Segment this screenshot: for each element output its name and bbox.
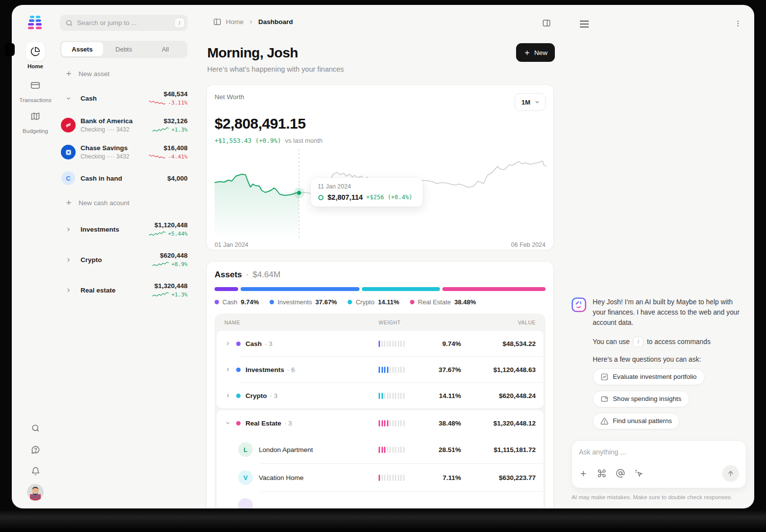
suggestion-evaluate-portfolio[interactable]: Evaluate investment portfolio bbox=[593, 369, 705, 385]
bell-icon[interactable] bbox=[12, 460, 59, 482]
net-worth-chart[interactable]: 11 Jan 2024 $2,807,114 +$256 (+0.4%) bbox=[215, 149, 547, 240]
sidebar-item-budgeting[interactable]: Budgeting bbox=[12, 107, 59, 134]
property-badge: L bbox=[238, 442, 253, 457]
suggestion-label: Find unusal patterns bbox=[613, 417, 672, 425]
rail-label: Transactions bbox=[12, 97, 59, 103]
net-worth-label: Net Worth bbox=[215, 93, 245, 101]
group-change: +8.9% bbox=[171, 261, 188, 267]
kebab-menu-icon[interactable] bbox=[734, 19, 742, 30]
plus-icon bbox=[65, 70, 73, 78]
sidebar-item-home[interactable]: Home bbox=[12, 42, 59, 69]
group-row-cash[interactable]: Cash $48,534 -3.11% bbox=[60, 90, 188, 106]
group-value: $1,120,448 bbox=[149, 221, 188, 229]
account-row-cash-in-hand[interactable]: C Cash in hand $4,000 bbox=[60, 171, 188, 185]
suggestion-label: Show spending insights bbox=[613, 395, 682, 402]
legend-label: Cash bbox=[222, 298, 237, 306]
account-row-chase-savings[interactable]: Chase Savings Checking ···· 3432 $16,408… bbox=[60, 144, 188, 160]
maybe-logo bbox=[27, 16, 44, 30]
chevron-right-icon[interactable] bbox=[221, 393, 234, 399]
panel-toggle-icon[interactable] bbox=[542, 19, 551, 29]
send-button[interactable] bbox=[722, 465, 739, 482]
search-input[interactable] bbox=[77, 19, 170, 27]
table-group-card: Cash· 3 9.74% $48,534.22 Investments· 6 … bbox=[217, 331, 544, 408]
ai-command-hint: You can use / to access commands bbox=[593, 337, 746, 347]
assets-table: NAME WEIGHT VALUE Cash· 3 9.74% $48,534.… bbox=[215, 314, 546, 508]
menu-icon[interactable] bbox=[579, 20, 589, 30]
group-name: Cash bbox=[81, 95, 149, 102]
mention-icon[interactable] bbox=[616, 469, 625, 478]
table-row-cash[interactable]: Cash· 3 9.74% $48,534.22 bbox=[217, 331, 544, 356]
suggestion-unusual-patterns[interactable]: Find unusal patterns bbox=[593, 413, 680, 429]
ai-message: Hey Josh! I’m an AI built by Maybe to he… bbox=[593, 297, 746, 328]
app-window: Home Transactions Budgeting / Assets bbox=[12, 5, 754, 508]
search-bar[interactable]: / bbox=[60, 15, 188, 31]
search-icon[interactable] bbox=[12, 417, 59, 439]
x-axis-start: 01 Jan 2024 bbox=[215, 241, 248, 248]
group-row-investments[interactable]: Investments $1,120,448 +5.44% bbox=[60, 221, 188, 237]
group-row-crypto[interactable]: Crypto $620,448 +8.9% bbox=[60, 252, 188, 267]
ai-input[interactable] bbox=[579, 448, 739, 456]
row-name: Crypto bbox=[246, 392, 267, 399]
account-subtitle: Checking ···· 3432 bbox=[81, 126, 152, 133]
bezel-clip bbox=[5, 43, 15, 56]
row-name: Investments bbox=[246, 366, 284, 373]
table-row-london-apartment[interactable]: L London Apartment 28.51% $1,115,181.72 bbox=[217, 436, 544, 463]
tab-debts[interactable]: Debts bbox=[103, 42, 145, 56]
account-name: Chase Savings bbox=[81, 144, 149, 152]
page-subtitle: Here’s what’s happening with your financ… bbox=[207, 65, 344, 73]
weight-bar bbox=[379, 341, 405, 347]
sidebar-item-transactions[interactable]: Transactions bbox=[12, 76, 59, 103]
legend-dot bbox=[215, 300, 219, 304]
account-row-bank-of-america[interactable]: Bank of America Checking ···· 3432 $32,1… bbox=[60, 117, 188, 133]
row-value: $620,448.24 bbox=[462, 392, 536, 399]
account-name: Bank of America bbox=[81, 117, 152, 125]
chevron-right-icon[interactable] bbox=[221, 367, 234, 372]
chevron-right-icon bbox=[65, 226, 72, 233]
legend-label: Real Estate bbox=[418, 298, 451, 306]
pie-chart-icon bbox=[30, 47, 40, 56]
tab-assets[interactable]: Assets bbox=[61, 42, 103, 56]
arrow-up-icon bbox=[727, 470, 735, 478]
range-value: 1M bbox=[521, 99, 530, 106]
new-button[interactable]: New bbox=[516, 43, 555, 62]
sidebar-toggle-icon[interactable] bbox=[213, 18, 221, 26]
range-select[interactable]: 1M bbox=[515, 93, 546, 111]
chart-icon bbox=[601, 373, 608, 381]
category-dot bbox=[236, 421, 241, 426]
chevron-right-icon bbox=[65, 257, 72, 263]
asset-legend: Cash9.74% Investments37.67% Crypto14.11%… bbox=[215, 298, 546, 306]
assets-separator: · bbox=[246, 270, 249, 280]
page-title: Morning, Josh bbox=[207, 45, 298, 61]
plus-icon bbox=[65, 199, 73, 207]
chevron-right-icon[interactable] bbox=[221, 341, 234, 346]
chevron-down-icon[interactable] bbox=[221, 420, 234, 426]
command-icon[interactable] bbox=[597, 469, 606, 478]
sparkline bbox=[152, 261, 169, 267]
table-row-crypto[interactable]: Crypto· 3 14.11% $620,448.24 bbox=[217, 383, 544, 408]
new-button-label: New bbox=[534, 49, 547, 56]
property-badge bbox=[238, 498, 253, 508]
table-row-partial[interactable] bbox=[217, 492, 544, 508]
group-row-real-estate[interactable]: Real estate $1,320,448 +1.3% bbox=[60, 282, 188, 298]
user-avatar[interactable] bbox=[27, 484, 44, 501]
legend-item-cash: Cash9.74% bbox=[215, 298, 259, 306]
hint-suffix: to access commands bbox=[647, 338, 711, 346]
ai-input-box[interactable] bbox=[572, 440, 746, 488]
account-change: -4.41% bbox=[168, 154, 188, 160]
group-name: Investments bbox=[81, 226, 149, 233]
suggestion-spending-insights[interactable]: Show spending insights bbox=[593, 391, 689, 407]
table-row-real-estate[interactable]: Real Estate· 3 38.48% $1,320,448.12 bbox=[217, 410, 544, 436]
wallet-icon bbox=[601, 395, 608, 403]
cursor-click-icon[interactable] bbox=[634, 469, 644, 478]
table-row-vacation-home[interactable]: V Vacation Home 7.11% $630,223.77 bbox=[217, 464, 544, 491]
tab-all[interactable]: All bbox=[144, 42, 186, 56]
breadcrumb-home[interactable]: Home bbox=[226, 18, 244, 26]
new-asset-button[interactable]: New asset bbox=[65, 70, 188, 78]
attach-plus-icon[interactable] bbox=[579, 469, 588, 478]
table-row-investments[interactable]: Investments· 6 37.67% $1,120,448.63 bbox=[217, 357, 544, 382]
new-cash-account-button[interactable]: New cash acount bbox=[65, 199, 188, 207]
assets-total: $4.64M bbox=[252, 270, 280, 280]
rail-label: Home bbox=[12, 63, 59, 69]
row-pct: 7.11% bbox=[405, 474, 463, 481]
help-icon[interactable] bbox=[12, 439, 59, 460]
